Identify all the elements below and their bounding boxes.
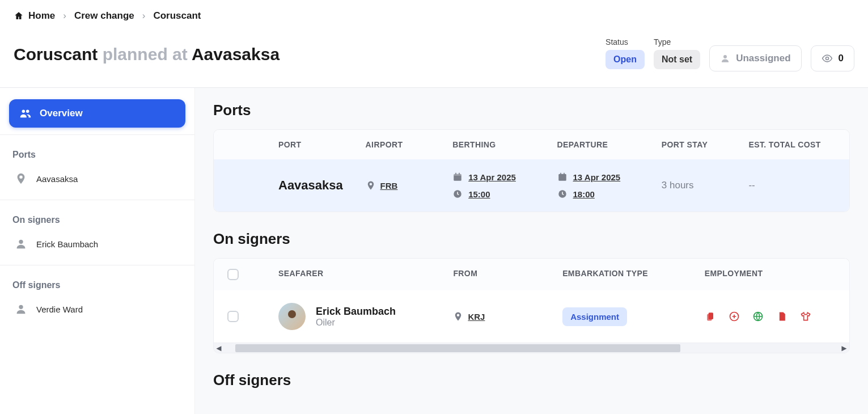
svg-point-4 xyxy=(19,240,23,244)
shirt-icon[interactable] xyxy=(800,311,811,322)
col-seafarer: SEAFARER xyxy=(278,269,453,280)
scroll-right-icon[interactable]: ► xyxy=(839,343,849,353)
horizontal-scrollbar[interactable]: ◄ ► xyxy=(214,343,849,353)
sidebar-ports-label: Ports xyxy=(9,142,185,164)
from-code[interactable]: KRJ xyxy=(468,312,485,322)
pin-icon xyxy=(366,180,376,191)
sidebar-overview-label: Overview xyxy=(40,108,83,119)
sidebar-off-signer-name: Verdie Ward xyxy=(36,305,83,314)
divider xyxy=(0,200,194,200)
breadcrumb-crew-change[interactable]: Crew change xyxy=(74,10,134,22)
col-employment: EMPLOYMENT xyxy=(705,269,836,280)
status-badge[interactable]: Open xyxy=(606,50,645,69)
cell-port-name: Aavasaksa xyxy=(278,178,366,193)
svg-rect-8 xyxy=(455,173,456,175)
user-icon xyxy=(15,303,27,315)
cell-berthing: 13 Apr 2025 15:00 xyxy=(452,172,557,199)
svg-rect-13 xyxy=(564,173,565,175)
airport-code[interactable]: FRB xyxy=(380,181,398,191)
col-from: FROM xyxy=(453,269,562,280)
berthing-date[interactable]: 13 Apr 2025 xyxy=(468,172,516,182)
seafarer-role: Oiler xyxy=(316,318,396,328)
svg-rect-16 xyxy=(707,314,712,321)
home-icon xyxy=(14,11,24,21)
chevron-right-icon: › xyxy=(63,10,66,22)
status-label: Status xyxy=(606,37,645,47)
chevron-right-icon: › xyxy=(142,10,146,22)
col-airport: AIRPORT xyxy=(366,140,453,149)
user-icon xyxy=(15,238,27,250)
breadcrumb: Home › Crew change › Coruscant xyxy=(14,10,854,22)
col-departure: DEPARTURE xyxy=(557,140,662,149)
pin-icon xyxy=(15,172,27,185)
svg-point-3 xyxy=(26,110,29,113)
divider xyxy=(0,134,194,135)
select-all-checkbox[interactable] xyxy=(227,269,239,280)
user-icon xyxy=(720,53,730,64)
title-vessel: Coruscant xyxy=(14,45,98,64)
main-content: Ports PORT AIRPORT BERTHING DEPARTURE PO… xyxy=(194,88,868,414)
assignee-name: Unassigned xyxy=(736,53,790,64)
on-signers-header: SEAFARER FROM EMBARKATION TYPE EMPLOYMEN… xyxy=(214,259,849,290)
watchers-chip[interactable]: 0 xyxy=(811,45,854,71)
col-berthing: BERTHING xyxy=(452,140,557,149)
svg-rect-12 xyxy=(560,173,561,175)
breadcrumb-home[interactable]: Home xyxy=(14,10,55,22)
cell-embark: Assignment xyxy=(562,307,705,326)
svg-point-1 xyxy=(825,57,828,60)
seafarer-name: Erick Baumbach xyxy=(316,306,396,318)
cell-from: KRJ xyxy=(453,311,562,322)
col-port: PORT xyxy=(278,140,366,149)
cell-departure: 13 Apr 2025 18:00 xyxy=(557,172,662,199)
sidebar-on-signer-name: Erick Baumbach xyxy=(36,239,98,249)
off-signers-title: Off signers xyxy=(213,371,850,389)
globe-icon[interactable] xyxy=(752,311,764,322)
sidebar-on-label: On signers xyxy=(9,207,185,230)
sidebar-on-signer[interactable]: Erick Baumbach xyxy=(9,230,185,258)
eye-icon xyxy=(822,53,833,64)
svg-point-2 xyxy=(22,110,26,113)
clock-icon xyxy=(557,189,568,199)
col-cost: EST. TOTAL COST xyxy=(748,140,836,149)
svg-point-0 xyxy=(723,55,727,58)
cell-stay: 3 hours xyxy=(662,180,749,191)
col-stay: PORT STAY xyxy=(662,140,749,149)
page-title: Coruscant planned at Aavasaksa xyxy=(14,45,280,64)
type-badge[interactable]: Not set xyxy=(654,50,700,69)
row-checkbox[interactable] xyxy=(227,311,239,322)
avatar xyxy=(278,303,306,330)
sidebar-port-item[interactable]: Aavasaksa xyxy=(9,164,185,193)
copy-icon[interactable] xyxy=(705,311,716,322)
sidebar-port-name: Aavasaksa xyxy=(36,174,78,184)
breadcrumb-home-label: Home xyxy=(28,10,55,22)
ports-header-row: PORT AIRPORT BERTHING DEPARTURE PORT STA… xyxy=(214,130,849,159)
berthing-time[interactable]: 15:00 xyxy=(468,189,490,199)
assignee-chip[interactable]: Unassigned xyxy=(709,45,801,71)
ports-title: Ports xyxy=(213,102,850,119)
calendar-icon xyxy=(557,172,568,182)
departure-time[interactable]: 18:00 xyxy=(573,189,595,199)
sidebar: Overview Ports Aavasaksa On signers Eric… xyxy=(0,88,194,414)
cell-cost: -- xyxy=(748,180,836,191)
sidebar-off-signer[interactable]: Verdie Ward xyxy=(9,295,185,323)
cell-employment xyxy=(705,311,836,322)
people-icon xyxy=(19,107,32,120)
pin-icon xyxy=(453,311,463,322)
type-label: Type xyxy=(654,37,700,47)
port-row[interactable]: Aavasaksa FRB 13 Apr 2025 15:00 xyxy=(214,159,849,212)
medical-icon[interactable] xyxy=(729,311,740,322)
departure-date[interactable]: 13 Apr 2025 xyxy=(573,172,621,182)
embark-badge[interactable]: Assignment xyxy=(562,307,627,326)
on-signers-card: SEAFARER FROM EMBARKATION TYPE EMPLOYMEN… xyxy=(213,258,850,353)
scroll-thumb[interactable] xyxy=(235,344,680,352)
col-embark: EMBARKATION TYPE xyxy=(562,269,705,280)
clock-icon xyxy=(452,189,463,199)
signer-row[interactable]: Erick Baumbach Oiler KRJ Assignment xyxy=(214,290,849,343)
scroll-left-icon[interactable]: ◄ xyxy=(214,343,224,353)
sidebar-overview[interactable]: Overview xyxy=(9,99,185,128)
title-port: Aavasaksa xyxy=(192,45,280,64)
document-icon[interactable] xyxy=(776,311,787,322)
calendar-icon xyxy=(452,172,463,182)
ports-card: PORT AIRPORT BERTHING DEPARTURE PORT STA… xyxy=(213,129,850,212)
sidebar-off-label: Off signers xyxy=(9,272,185,295)
